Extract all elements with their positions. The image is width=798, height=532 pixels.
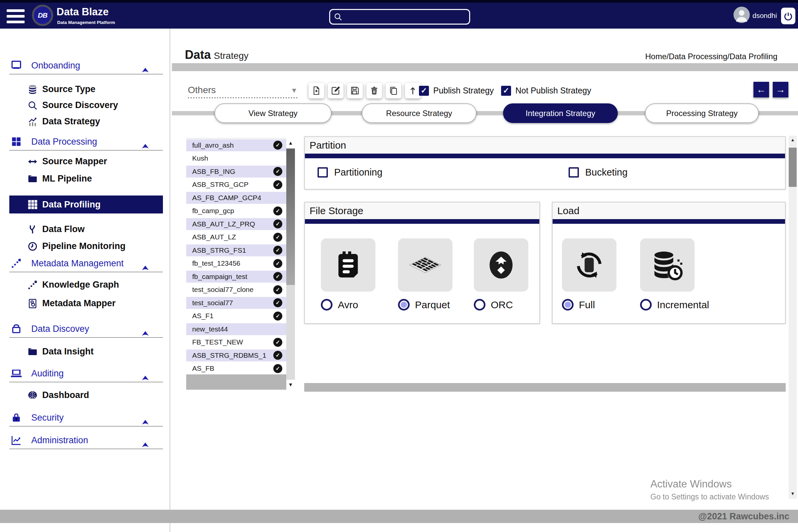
search-box[interactable] [329,9,470,25]
partition-panel-title: Partition [305,137,785,154]
breadcrumb[interactable]: Home/Data Processing/Data Profiling [645,52,777,61]
search-input[interactable] [346,13,466,21]
list-item-as-f1[interactable]: AS_F1✓ [186,309,286,323]
list-item-test-social77-clone[interactable]: test_social77_clone✓ [186,283,286,297]
list-item-label: ASB_STRG_FS1 [192,246,246,254]
chevron-up-icon[interactable] [140,65,151,76]
avro-option: Avro [321,239,387,310]
tab-integration-strategy[interactable]: Integration Strategy [503,103,618,123]
sidebar-item-metadata-management[interactable]: Metadata Management [9,255,163,272]
list-item-asb-fb-ing[interactable]: ASB_FB_ING✓ [186,165,286,178]
content-top-scrollbar[interactable] [172,63,798,71]
checkbox-partitioning[interactable]: Partitioning [318,167,382,178]
list-item-fb-test-new[interactable]: FB_TEST_NEW✓ [186,336,286,349]
incremental-tile[interactable] [640,239,695,291]
file-storage-panel-title: File Storage [305,203,539,219]
sidebar-item-data-processing[interactable]: Data Processing [9,133,163,151]
sidebar-item-knowledge-graph[interactable]: Knowledge Graph [9,277,163,293]
content-vertical-scrollbar[interactable]: ▲ ▼ [789,136,797,499]
load-panel: Load FullIncremental [552,202,786,324]
sidebar-item-data-discovey[interactable]: Data Discovey [9,321,163,338]
list-scrollbar-thumb[interactable] [286,149,295,285]
sidebar-item-administration[interactable]: Administration [9,432,163,449]
sidebar-item-label: Onboanding [31,60,80,71]
list-item-kush[interactable]: Kush [186,152,286,165]
content-horizontal-scrollbar[interactable] [304,383,786,392]
orc-tile[interactable] [474,239,528,291]
scroll-up-icon[interactable]: ▲ [789,137,797,142]
list-item-as-fb[interactable]: AS_FB✓ [186,362,286,375]
checkbox-publish-strategy[interactable]: ✓Publish Strategy [419,86,494,96]
sidebar-item-source-discovery[interactable]: Source Discovery [9,97,163,113]
tab-resource-strategy[interactable]: Resource Strategy [362,103,476,123]
sidebar-item-onboanding[interactable]: Onboanding [9,57,163,75]
list-item-asb-strg-gcp[interactable]: ASB_STRG_GCP✓ [186,178,286,191]
scroll-down-icon[interactable]: ▼ [789,491,797,496]
delete-button[interactable] [366,83,382,98]
chevron-up-icon[interactable] [140,328,151,340]
sidebar-item-data-profiling[interactable]: Data Profiling [9,195,163,213]
list-item-full-avro-ash[interactable]: full_avro_ash✓ [186,139,286,152]
list-item-asb-strg-rdbms-1[interactable]: ASB_STRG_RDBMS_1✓ [186,349,286,362]
new-file-button[interactable] [308,83,324,98]
chevron-up-icon[interactable] [140,141,151,153]
upload-button[interactable] [405,83,421,98]
strategy-type-dropdown[interactable]: Others ▼ [188,83,298,98]
chevron-up-icon[interactable] [140,417,151,429]
back-arrow-button[interactable]: ← [754,82,769,97]
logout-button[interactable] [781,8,795,24]
checked-circle-icon: ✓ [273,141,282,150]
activate-windows-line1: Activate Windows [650,478,769,490]
scroll-down-icon[interactable]: ▼ [286,380,295,390]
chevron-up-icon[interactable] [140,373,151,384]
sidebar-item-metadata-mapper[interactable]: Metadata Mapper [9,295,163,311]
checkbox-unchecked-icon [318,167,328,177]
checkbox-bucketing[interactable]: Bucketing [569,167,627,178]
radio-parquet[interactable] [398,299,410,310]
sidebar-item-data-insight[interactable]: Data Insight [9,343,163,360]
list-item-asb-strg-fs1[interactable]: ASB_STRG_FS1✓ [186,244,286,257]
list-item-test-social77[interactable]: test_social77✓ [186,296,286,309]
content-scrollbar-thumb[interactable] [789,148,797,187]
radio-full[interactable] [562,299,573,310]
scroll-up-icon[interactable]: ▲ [286,138,295,148]
radio-incremental[interactable] [640,299,652,310]
sidebar-item-source-type[interactable]: Source Type [9,81,163,97]
parquet-tile[interactable] [398,239,453,291]
edit-button[interactable] [328,83,343,98]
tab-processing-strategy[interactable]: Processing Strategy [645,103,759,123]
sidebar-item-security[interactable]: Security [9,409,163,426]
sidebar-item-auditing[interactable]: Auditing [9,365,163,382]
sidebar-item-data-flow[interactable]: Data Flow [9,221,163,238]
chevron-up-icon[interactable] [140,440,151,451]
arrow-left-icon: ← [757,85,766,94]
forward-arrow-button[interactable]: → [773,82,788,97]
avro-tile[interactable] [321,239,375,291]
sidebar-item-ml-pipeline[interactable]: ML Pipeline [9,171,163,187]
save-button[interactable] [347,83,363,98]
radio-avro[interactable] [321,299,332,310]
list-item-fb-camp-gcp[interactable]: fb_camp_gcp✓ [186,205,286,218]
list-item-asb-aut-lz[interactable]: ASB_AUT_LZ✓ [186,231,286,244]
sidebar-item-dashboard[interactable]: Dashboard [9,387,163,403]
list-vertical-scrollbar[interactable]: ▲ ▼ [286,138,295,390]
list-item-fb-test-123456[interactable]: fb_test_123456✓ [186,257,286,270]
sidebar-item-pipeline-monitoring[interactable]: Pipeline Monitoring [9,238,163,254]
list-item-asb-aut-lz-prq[interactable]: ASB_AUT_LZ_PRQ✓ [186,217,286,231]
tab-view-strategy[interactable]: View Strategy [214,103,331,123]
radio-orc[interactable] [474,299,486,310]
chevron-up-icon[interactable] [140,263,151,274]
list-item-new-test44[interactable]: new_test44 [186,323,286,336]
full-tile[interactable] [562,239,616,291]
checkbox-not-publish-strategy[interactable]: ✓Not Publish Strategy [501,86,591,96]
user-avatar[interactable] [734,7,750,23]
list-item-fb-campaign-test[interactable]: fb_campaign_test✓ [186,270,286,283]
list-horizontal-scrollbar[interactable] [186,374,286,390]
copy-button[interactable] [386,83,401,98]
sidebar-item-data-strategy[interactable]: Data Strategy [9,113,163,130]
hamburger-menu-icon[interactable] [7,9,25,23]
caret-down-icon: ▼ [291,87,298,94]
arrow-right-icon: → [776,85,785,94]
list-item-as-fb-camp-gcp4[interactable]: AS_FB_CAMP_GCP4 [186,191,286,205]
sidebar-item-source-mapper[interactable]: Source Mapper [9,153,163,170]
